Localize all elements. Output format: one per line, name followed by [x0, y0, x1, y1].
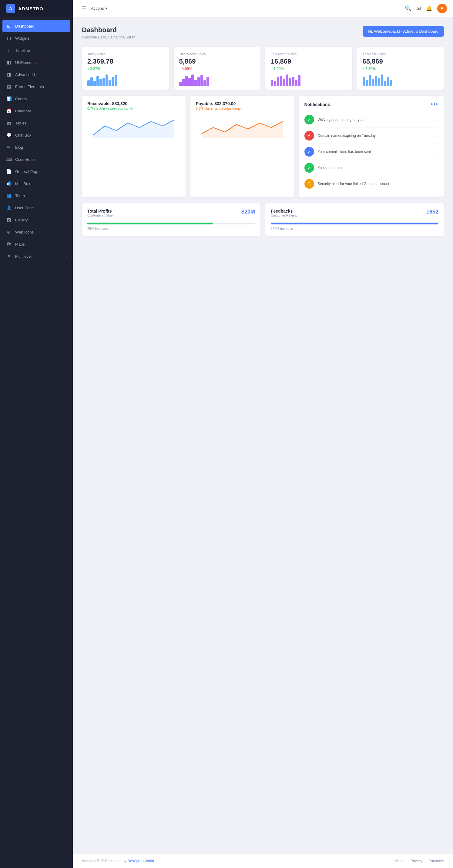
notification-icon-1: A	[305, 131, 314, 141]
chevron-icon: ›	[66, 121, 67, 125]
sidebar-item-ui-elements[interactable]: ◧ UI Elements ›	[0, 56, 73, 68]
notification-item-2[interactable]: ✓ Your commissions has been sent ›	[305, 144, 438, 160]
sidebar-icon-code-editor: ⌨	[6, 157, 11, 162]
notifications-button[interactable]: 🔔	[426, 5, 432, 12]
sidebar-label-charts: Charts	[15, 97, 66, 101]
sidebar-icon-gallery: 🖼	[6, 217, 11, 223]
mini-chart-0	[87, 74, 164, 86]
sidebar-item-maps[interactable]: 🗺 Maps ›	[0, 238, 73, 250]
mail-button[interactable]: ✉	[416, 5, 421, 12]
notification-icon-0: ✓	[305, 115, 314, 124]
stat-card-0: Today Sales 2,369.78 ↑ 3.87%	[82, 46, 169, 90]
notification-item-1[interactable]: A Domain names expiring on Tuesday ›	[305, 128, 438, 144]
stat-card-3: This Year Sales 65,869 ↑ 7.85%	[357, 46, 444, 90]
footer-link-purchase[interactable]: Purchase	[428, 859, 444, 863]
receivable-chart-card: Receivable: $83,320 0.7% higher vs previ…	[82, 96, 186, 197]
sidebar-nav: ⊞ Dashboard ◫ Widgets ↕ Timeline ◧ UI El…	[0, 17, 73, 868]
sidebar-item-team[interactable]: 👥 Team	[0, 190, 73, 202]
actions-button[interactable]: Actions ▾	[91, 6, 107, 10]
mini-bar	[366, 80, 368, 86]
sidebar-label-ui-elements: UI Elements	[15, 60, 66, 65]
sidebar-label-maps: Maps	[15, 242, 66, 247]
mini-bar	[387, 77, 389, 86]
sidebar-label-advanced-ui: Advanced UI	[15, 72, 66, 77]
sidebar-item-chat-box[interactable]: 💬 Chat Box	[0, 129, 73, 141]
notification-chevron-icon-1: ›	[437, 133, 438, 138]
payable-line-chart	[196, 114, 289, 138]
progress-bar-bg-0	[87, 223, 255, 224]
avatar-button[interactable]: A	[437, 4, 447, 13]
sidebar-item-timeline[interactable]: ↕ Timeline	[0, 44, 73, 56]
sidebar-item-calendar[interactable]: 📅 Calendar	[0, 105, 73, 117]
footer-brand-link[interactable]: Designing World	[128, 859, 154, 863]
sidebar-item-charts[interactable]: 📊 Charts ›	[0, 93, 73, 105]
sidebar-item-advanced-ui[interactable]: ◨ Advanced UI ›	[0, 68, 73, 81]
mini-bar	[206, 77, 209, 86]
mini-bar	[90, 77, 93, 86]
sidebar-item-code-editor[interactable]: ⌨ Code Editor	[0, 153, 73, 165]
sidebar-icon-blog: ✏	[6, 145, 11, 150]
sidebar-item-forms-elements[interactable]: ▤ Forms Elements ›	[0, 81, 73, 93]
notification-chevron-icon-0: ›	[437, 118, 438, 122]
welcome-badge-button[interactable]: Hi, Welcomeback! - Admetro Dashboard	[363, 26, 444, 37]
sidebar-label-timeline: Timeline	[15, 48, 67, 53]
stat-value-0: 2,369.78	[87, 58, 164, 65]
page-body: Dashboard Welcome Back, Samantha Sarah! …	[73, 17, 453, 854]
search-button[interactable]: 🔍	[405, 5, 412, 12]
sidebar-item-web-icons[interactable]: ⊛ Web Icons ›	[0, 226, 73, 238]
metric-header-0: Total Profits Customers Value $20M	[87, 209, 255, 221]
sidebar-item-widgets[interactable]: ◫ Widgets	[0, 32, 73, 44]
footer-link-privacy[interactable]: Privacy	[410, 859, 422, 863]
notification-item-4[interactable]: G Security alert for your linked Google …	[305, 176, 438, 192]
sidebar-label-user-page: User Page	[15, 206, 67, 210]
notifications-menu-button[interactable]: •••	[431, 101, 438, 107]
stat-card-1: This Weeks Sales 5,869 ↓ 4.99%	[174, 46, 261, 90]
stat-card-2: This Month Sales 16,869 ↑ 1.90%	[265, 46, 352, 90]
metric-value-1: 1652	[426, 209, 438, 215]
logo-icon: A	[6, 4, 15, 13]
sidebar-icon-chat-box: 💬	[6, 132, 11, 138]
metric-value-0: $20M	[242, 209, 255, 215]
mini-bar	[182, 79, 185, 86]
mini-bar	[298, 75, 301, 86]
sidebar-label-widgets: Widgets	[15, 36, 67, 40]
notification-icon-3: ✓	[305, 163, 314, 173]
stat-change-2: ↑ 1.90%	[271, 67, 347, 71]
mini-bar	[390, 80, 392, 86]
metric-header-1: Feedbacks Customer Review 1652	[271, 209, 438, 221]
sidebar-item-user-page[interactable]: 👤 User Page	[0, 202, 73, 214]
sidebar-item-dashboard[interactable]: ⊞ Dashboard	[2, 20, 70, 32]
sidebar-item-general-pages[interactable]: 📄 General Pages ›	[0, 165, 73, 178]
mini-bar	[292, 77, 294, 86]
sidebar-item-blog[interactable]: ✏ Blog	[0, 141, 73, 153]
stat-value-2: 16,869	[271, 58, 347, 65]
page-header: Dashboard Welcome Back, Samantha Sarah! …	[82, 26, 444, 39]
receivable-line-chart	[87, 114, 180, 138]
payable-chart-card: Payable: $32,370.00 0.5% higher vs previ…	[191, 96, 294, 197]
sidebar-item-gallery[interactable]: 🖼 Gallery ›	[0, 214, 73, 226]
mini-bar	[381, 74, 383, 86]
sidebar-icon-dashboard: ⊞	[6, 23, 11, 29]
notification-item-0[interactable]: ✓ We've got something for you! ›	[305, 112, 438, 128]
footer-link-about[interactable]: About	[395, 859, 404, 863]
sidebar-item-tables[interactable]: ▦ Tables ›	[0, 117, 73, 129]
mini-bar	[115, 75, 117, 86]
mini-bar	[103, 78, 105, 86]
stat-label-2: This Month Sales	[271, 52, 347, 56]
notification-item-3[interactable]: ✓ You sold an item! ›	[305, 160, 438, 176]
metric-subtitle-0: Customers Value	[87, 214, 113, 217]
notification-chevron-icon-4: ›	[437, 182, 438, 186]
metric-titles-1: Feedbacks Customer Review	[271, 209, 297, 221]
stat-value-1: 5,869	[179, 58, 255, 65]
chevron-icon: ›	[66, 170, 67, 173]
chevron-icon: ›	[66, 243, 67, 246]
bottom-row: Total Profits Customers Value $20M 75% I…	[82, 203, 444, 236]
menu-toggle-button[interactable]: ☰	[79, 4, 88, 13]
sidebar-item-mail-box[interactable]: 📬 Mail Box ›	[0, 178, 73, 190]
chevron-icon: ›	[66, 230, 67, 234]
sidebar-label-mail-box: Mail Box	[15, 181, 66, 186]
mini-bar	[185, 76, 188, 86]
mini-bar	[87, 80, 90, 86]
sidebar-label-blog: Blog	[15, 145, 67, 150]
sidebar-item-multilevel[interactable]: ≡ Multilevel ›	[0, 250, 73, 262]
